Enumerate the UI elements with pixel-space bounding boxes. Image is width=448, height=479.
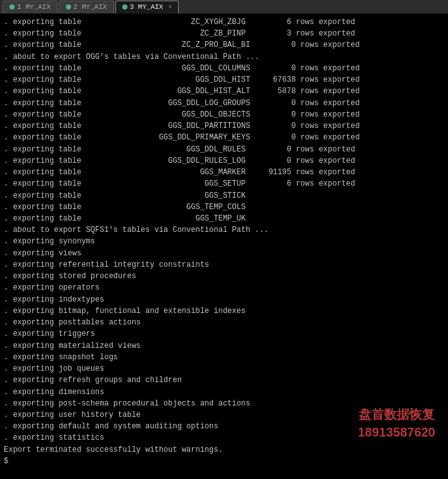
tab-label-tab3: 3 MY_AIX bbox=[130, 3, 163, 11]
terminal-line: . exporting refresh groups and children bbox=[4, 374, 444, 386]
terminal-line: . exporting stored procedures bbox=[4, 271, 444, 282]
terminal-line: . exporting table GGS_DDL_LOG_GROUPS 0 r… bbox=[4, 98, 444, 109]
terminal-line: . exporting table GGS_DDL_RULES_LOG 0 ro… bbox=[4, 155, 444, 167]
terminal-line: . exporting synonyms bbox=[4, 236, 444, 247]
terminal-line: . exporting materialized views bbox=[4, 340, 444, 352]
terminal-line: $ bbox=[4, 456, 444, 467]
terminal-line: . exporting table GGS_MARKER 91195 rows … bbox=[4, 167, 444, 178]
terminal-line: . exporting bitmap, functional and exten… bbox=[4, 305, 444, 317]
terminal-line: . exporting table ZC_Z_PRO_BAL_BI 0 rows… bbox=[4, 39, 444, 51]
terminal-line: . exporting table ZC_XYGH_ZBJG 6 rows ex… bbox=[4, 16, 444, 28]
terminal-line: . exporting table GGS_DDL_OBJECTS 0 rows… bbox=[4, 109, 444, 120]
terminal-line: . exporting statistics bbox=[4, 432, 444, 444]
terminal-line: . about to export SQFS1's tables via Con… bbox=[4, 224, 444, 236]
tab-icon-tab2 bbox=[66, 4, 71, 10]
tab-close-tab3[interactable]: × bbox=[168, 4, 172, 11]
terminal-line: . exporting views bbox=[4, 248, 444, 259]
terminal-line: . exporting table GGS_TEMP_UK bbox=[4, 213, 444, 224]
terminal-line: . exporting table GGS_DDL_HIST 67638 row… bbox=[4, 74, 444, 86]
tab-tab2[interactable]: 2 MY_AIX bbox=[59, 1, 114, 13]
title-bar: 1 MY_AIX2 MY_AIX3 MY_AIX× bbox=[0, 0, 448, 14]
tab-label-tab2: 2 MY_AIX bbox=[74, 3, 107, 11]
tab-icon-tab3 bbox=[122, 4, 127, 10]
tab-icon-tab1 bbox=[10, 4, 15, 10]
terminal-line: . exporting table GGS_DDL_PRIMARY_KEYS 0… bbox=[4, 132, 444, 143]
terminal-line: . exporting referential integrity constr… bbox=[4, 259, 444, 271]
terminal-line: . exporting post-schema procedural objec… bbox=[4, 398, 444, 409]
terminal-line: . about to export OGG's tables via Conve… bbox=[4, 51, 444, 63]
tab-tab1[interactable]: 1 MY_AIX bbox=[3, 1, 58, 13]
terminal-line: . exporting table GGS_DDL_COLUMNS 0 rows… bbox=[4, 63, 444, 74]
terminal-line: . exporting table GGS_STICK bbox=[4, 190, 444, 201]
tab-label-tab1: 1 MY_AIX bbox=[17, 3, 51, 11]
terminal: . exporting table ZC_XYGH_ZBJG 6 rows ex… bbox=[0, 14, 448, 479]
tab-tab3[interactable]: 3 MY_AIX× bbox=[115, 1, 179, 13]
terminal-line: . exporting table GGS_DDL_RULES 0 rows e… bbox=[4, 144, 444, 155]
terminal-line: . exporting table GGS_DDL_HIST_ALT 5878 … bbox=[4, 86, 444, 97]
terminal-line: . exporting operators bbox=[4, 282, 444, 293]
terminal-line: . exporting user history table bbox=[4, 409, 444, 421]
terminal-line: . exporting job queues bbox=[4, 363, 444, 374]
terminal-line: . exporting table GGS_TEMP_COLS bbox=[4, 201, 444, 213]
terminal-line: . exporting dimensions bbox=[4, 386, 444, 398]
terminal-line: . exporting table GGS_SETUP 6 rows expor… bbox=[4, 178, 444, 189]
terminal-line: . exporting snapshot logs bbox=[4, 352, 444, 363]
terminal-line: . exporting table GGS_DDL_PARTITIONS 0 r… bbox=[4, 120, 444, 132]
terminal-line: Export terminated successfully without w… bbox=[4, 444, 444, 456]
terminal-line: . exporting default and system auditing … bbox=[4, 421, 444, 432]
terminal-line: . exporting table ZC_ZB_PINP 3 rows expo… bbox=[4, 28, 444, 39]
terminal-line: . exporting triggers bbox=[4, 328, 444, 340]
terminal-line: . exporting posttables actions bbox=[4, 317, 444, 328]
terminal-line: . exporting indextypes bbox=[4, 294, 444, 305]
